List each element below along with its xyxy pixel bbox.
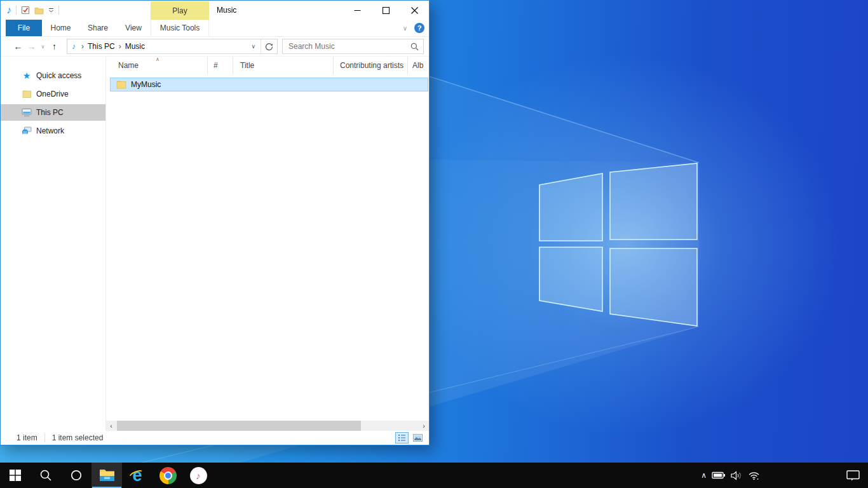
explorer-content: ★ Quick access OneDrive xyxy=(1,57,429,431)
windows-start-icon xyxy=(10,470,21,481)
battery-icon[interactable] xyxy=(712,471,726,480)
tab-view[interactable]: View xyxy=(116,20,151,36)
scrollbar-thumb[interactable] xyxy=(117,421,361,431)
column-headers: Name ∧ # Title Contributing artists Alb xyxy=(106,57,429,74)
status-bar: 1 item 1 item selected xyxy=(1,431,429,445)
back-button[interactable]: ← xyxy=(11,42,25,51)
breadcrumb-chevron-icon[interactable]: › xyxy=(115,42,125,51)
ribbon-tab-row: File Home Share View Music Tools ∨ ? xyxy=(1,20,429,37)
sidebar-item-onedrive[interactable]: OneDrive xyxy=(1,86,105,102)
volume-icon[interactable] xyxy=(731,471,743,480)
tab-home[interactable]: Home xyxy=(42,20,79,36)
sidebar-item-this-pc[interactable]: This PC xyxy=(1,104,105,121)
column-label: Contributing artists xyxy=(340,61,403,70)
onedrive-folder-icon xyxy=(22,89,32,99)
customize-qat-dropdown-icon[interactable] xyxy=(48,8,54,13)
title-bar[interactable]: ♪ Play Music xyxy=(1,1,429,20)
item-count: 1 item xyxy=(17,433,37,442)
new-folder-button[interactable] xyxy=(34,6,44,15)
breadcrumb-chevron-icon[interactable]: › xyxy=(78,42,88,51)
quick-access-toolbar: ♪ xyxy=(1,1,59,20)
this-pc-monitor-icon xyxy=(22,107,32,118)
large-icons-view-button[interactable] xyxy=(411,432,424,444)
column-label: Title xyxy=(240,61,254,70)
column-header-contributing-artists[interactable]: Contributing artists xyxy=(334,57,408,74)
navigation-pane: ★ Quick access OneDrive xyxy=(1,57,105,431)
navigation-toolbar: ← → ∨ ↑ ♪ › This PC › Music ∨ xyxy=(1,37,429,57)
start-button[interactable] xyxy=(0,463,31,488)
caption-buttons xyxy=(343,1,429,20)
address-bar[interactable]: ♪ › This PC › Music ∨ xyxy=(67,39,278,54)
horizontal-scrollbar[interactable]: ‹ › xyxy=(106,421,429,431)
details-view-button[interactable] xyxy=(395,432,409,444)
file-list-pane: Name ∧ # Title Contributing artists Alb xyxy=(105,57,429,431)
maximize-button[interactable] xyxy=(372,1,400,20)
help-button[interactable]: ? xyxy=(414,23,424,33)
minimize-icon xyxy=(354,7,361,14)
details-view-icon xyxy=(398,434,406,442)
file-explorer-window: ♪ Play Music xyxy=(0,0,430,445)
taskbar: e ♪ ∧ xyxy=(0,463,868,488)
folder-icon xyxy=(116,80,126,89)
quick-access-star-icon: ★ xyxy=(22,71,32,81)
forward-button[interactable]: → xyxy=(25,42,38,51)
separator xyxy=(58,6,59,15)
chrome-icon xyxy=(159,467,177,484)
column-header-album[interactable]: Alb xyxy=(408,57,429,74)
address-music-note-icon: ♪ xyxy=(67,42,78,51)
collapse-ribbon-chevron-icon[interactable]: ∨ xyxy=(403,25,407,32)
column-header-number[interactable]: # xyxy=(208,57,233,74)
recent-locations-chevron-icon[interactable]: ∨ xyxy=(38,44,48,50)
tab-share[interactable]: Share xyxy=(79,20,116,36)
cortana-circle-icon xyxy=(70,469,83,482)
search-box[interactable] xyxy=(282,39,424,54)
search-icon[interactable] xyxy=(410,43,419,51)
refresh-button[interactable] xyxy=(261,43,277,51)
taskbar-file-explorer-button[interactable] xyxy=(92,463,122,488)
action-center-button[interactable] xyxy=(837,463,868,488)
taskbar-chrome-button[interactable] xyxy=(153,463,183,488)
close-icon xyxy=(411,7,418,14)
sidebar-item-label: OneDrive xyxy=(36,90,69,98)
column-header-name[interactable]: Name ∧ xyxy=(106,57,208,74)
up-button[interactable]: ↑ xyxy=(48,42,61,51)
scroll-left-arrow-icon[interactable]: ‹ xyxy=(106,421,116,431)
tab-music-tools[interactable]: Music Tools xyxy=(151,20,209,36)
wifi-icon[interactable] xyxy=(748,471,760,480)
contextual-tab-play[interactable]: Play xyxy=(151,1,209,20)
close-button[interactable] xyxy=(400,1,429,20)
separator xyxy=(44,433,45,442)
window-title: Music xyxy=(217,1,236,20)
show-hidden-icons-chevron-icon[interactable]: ∧ xyxy=(701,471,707,480)
ribbon-right-controls: ∨ ? xyxy=(403,20,424,36)
search-input[interactable] xyxy=(284,42,410,51)
properties-button[interactable] xyxy=(21,6,30,15)
maximize-icon xyxy=(383,7,390,14)
cortana-button[interactable] xyxy=(61,463,92,488)
scrollbar-track[interactable] xyxy=(116,421,419,431)
file-row-mymusic[interactable]: MyMusic xyxy=(110,78,428,92)
sidebar-item-network[interactable]: Network xyxy=(1,123,105,139)
itunes-icon: ♪ xyxy=(190,467,207,484)
taskbar-internet-explorer-button[interactable]: e xyxy=(122,463,153,488)
taskbar-itunes-button[interactable]: ♪ xyxy=(183,463,214,488)
action-center-icon xyxy=(846,470,860,481)
sidebar-item-label: Quick access xyxy=(36,71,81,80)
tab-file[interactable]: File xyxy=(6,20,42,36)
address-dropdown-chevron-icon[interactable]: ∨ xyxy=(246,43,261,50)
breadcrumb-this-pc[interactable]: This PC xyxy=(88,42,115,51)
internet-explorer-icon: e xyxy=(128,466,146,484)
minimize-button[interactable] xyxy=(343,1,372,20)
scroll-right-arrow-icon[interactable]: › xyxy=(419,421,429,431)
file-rows: MyMusic xyxy=(106,74,429,421)
sidebar-item-label: Network xyxy=(36,126,64,135)
column-header-title[interactable]: Title xyxy=(233,57,334,74)
breadcrumb-music[interactable]: Music xyxy=(125,42,145,51)
taskbar-search-button[interactable] xyxy=(31,463,61,488)
search-icon xyxy=(39,469,52,482)
column-label: # xyxy=(214,61,218,70)
sort-ascending-icon: ∧ xyxy=(156,57,159,62)
refresh-icon xyxy=(265,43,273,51)
sidebar-item-quick-access[interactable]: ★ Quick access xyxy=(1,67,105,84)
file-name: MyMusic xyxy=(131,80,161,89)
